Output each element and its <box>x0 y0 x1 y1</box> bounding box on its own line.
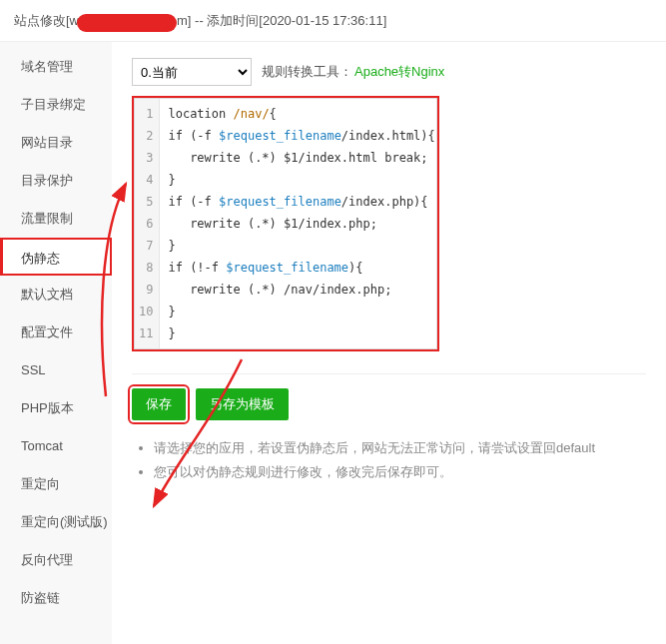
template-select[interactable]: 0.当前 <box>132 58 252 86</box>
redacted-domain <box>77 14 177 32</box>
code-area[interactable]: location /nav/{if (-f $request_filename/… <box>160 99 442 348</box>
code-line: rewrite (.*) /nav/index.php; <box>168 279 434 301</box>
line-number: 2 <box>139 125 153 147</box>
line-number: 8 <box>139 257 153 279</box>
line-number: 7 <box>139 235 153 257</box>
sidebar-item-8[interactable]: SSL <box>0 351 112 389</box>
code-line: } <box>168 235 434 257</box>
code-line: if (-f $request_filename/index.html){ <box>168 125 434 147</box>
line-gutter: 1234567891011 <box>135 99 160 348</box>
title-prefix: 站点修改[w <box>14 0 79 42</box>
sidebar-item-4[interactable]: 流量限制 <box>0 200 112 238</box>
sidebar-item-3[interactable]: 目录保护 <box>0 162 112 200</box>
sidebar-item-5[interactable]: 伪静态 <box>0 238 112 276</box>
dialog-title: 站点修改[w m] -- 添加时间[2020-01-15 17:36:11] <box>0 0 666 42</box>
code-line: if (!-f $request_filename){ <box>168 257 434 279</box>
sidebar-item-10[interactable]: Tomcat <box>0 427 112 465</box>
sidebar-item-2[interactable]: 网站目录 <box>0 124 112 162</box>
code-line: location /nav/{ <box>168 103 434 125</box>
code-editor[interactable]: 1234567891011 location /nav/{if (-f $req… <box>134 98 437 349</box>
line-number: 10 <box>139 301 153 322</box>
line-number: 3 <box>139 147 153 169</box>
help-tips: 请选择您的应用，若设置伪静态后，网站无法正常访问，请尝试设置回default您可… <box>132 436 646 484</box>
title-suffix: m] -- 添加时间[2020-01-15 17:36:11] <box>177 0 386 42</box>
divider <box>132 373 646 374</box>
sidebar-item-1[interactable]: 子目录绑定 <box>0 86 112 124</box>
convert-tool-label: 规则转换工具： <box>262 63 352 81</box>
apache-to-nginx-link[interactable]: Apache转Nginx <box>354 63 444 81</box>
sidebar-item-0[interactable]: 域名管理 <box>0 48 112 86</box>
code-line: } <box>168 169 434 191</box>
tip-item: 请选择您的应用，若设置伪静态后，网站无法正常访问，请尝试设置回default <box>154 436 646 460</box>
line-number: 11 <box>139 322 153 344</box>
main-content: 0.当前 规则转换工具： Apache转Nginx 1234567891011 … <box>112 42 666 644</box>
line-number: 6 <box>139 213 153 235</box>
code-line: rewrite (.*) $1/index.php; <box>168 213 434 235</box>
code-editor-highlight: 1234567891011 location /nav/{if (-f $req… <box>132 96 439 351</box>
sidebar-item-13[interactable]: 反向代理 <box>0 541 112 579</box>
sidebar-item-12[interactable]: 重定向(测试版) <box>0 503 112 541</box>
line-number: 4 <box>139 169 153 191</box>
save-button[interactable]: 保存 <box>132 388 186 420</box>
line-number: 9 <box>139 279 153 301</box>
code-line: } <box>168 322 434 344</box>
code-line: } <box>168 301 434 322</box>
line-number: 1 <box>139 103 153 125</box>
line-number: 5 <box>139 191 153 213</box>
sidebar: 域名管理子目录绑定网站目录目录保护流量限制伪静态默认文档配置文件SSLPHP版本… <box>0 42 112 644</box>
sidebar-item-6[interactable]: 默认文档 <box>0 276 112 314</box>
save-as-template-button[interactable]: 另存为模板 <box>196 388 289 420</box>
tip-item: 您可以对伪静态规则进行修改，修改完后保存即可。 <box>154 460 646 484</box>
sidebar-item-11[interactable]: 重定向 <box>0 465 112 503</box>
sidebar-item-7[interactable]: 配置文件 <box>0 314 112 351</box>
code-line: rewrite (.*) $1/index.html break; <box>168 147 434 169</box>
sidebar-item-14[interactable]: 防盗链 <box>0 579 112 617</box>
code-line: if (-f $request_filename/index.php){ <box>168 191 434 213</box>
sidebar-item-9[interactable]: PHP版本 <box>0 389 112 427</box>
